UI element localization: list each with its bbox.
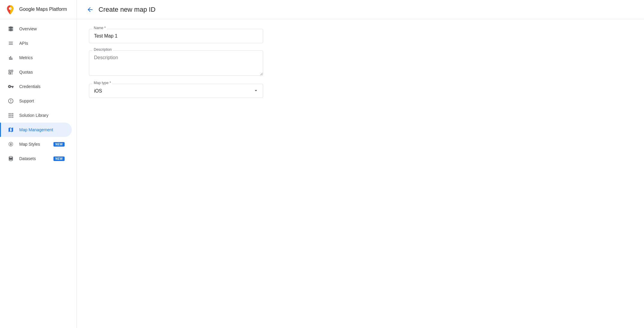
description-field-wrapper: Description [89,50,263,77]
sidebar-item-support-label: Support [19,99,65,103]
quotas-icon [7,68,14,76]
sidebar-header: Google Maps Platform [0,0,77,19]
sidebar-item-metrics[interactable]: Metrics [0,50,72,65]
solution-library-icon [7,112,14,119]
main-body: Name Description Map type JavaScript And… [77,19,644,328]
support-icon [7,97,14,105]
datasets-badge: NEW [53,156,65,161]
sidebar-item-datasets[interactable]: Datasets NEW [0,151,72,166]
form-container: Name Description Map type JavaScript And… [89,29,263,98]
map-type-select-wrapper: JavaScript Android iOS [89,84,263,98]
sidebar-item-overview-label: Overview [19,26,65,31]
apis-icon [7,40,14,47]
sidebar-item-quotas-label: Quotas [19,70,65,74]
main-content: Create new map ID Name Description Map t… [77,0,644,328]
sidebar-item-map-styles-label: Map Styles [19,142,51,147]
page-title: Create new map ID [99,6,156,14]
map-styles-icon [7,141,14,148]
sidebar-item-datasets-label: Datasets [19,156,51,161]
sidebar-item-apis-label: APIs [19,41,65,46]
back-arrow-icon [87,6,94,13]
sidebar-item-quotas[interactable]: Quotas [0,65,72,79]
sidebar-item-metrics-label: Metrics [19,55,65,60]
name-input[interactable] [89,29,263,43]
map-type-label: Map type [93,81,112,85]
credentials-icon [7,83,14,90]
main-header: Create new map ID [77,0,644,19]
sidebar-item-map-management[interactable]: Map Management [0,123,72,137]
sidebar-item-map-management-label: Map Management [19,127,65,132]
back-button[interactable] [84,4,96,16]
sidebar-item-solution-library-label: Solution Library [19,113,65,118]
sidebar-item-credentials-label: Credentials [19,84,65,89]
datasets-icon [7,155,14,162]
overview-icon [7,25,14,32]
google-maps-logo [5,4,16,15]
sidebar-item-overview[interactable]: Overview [0,22,72,36]
sidebar-item-apis[interactable]: APIs [0,36,72,50]
description-input[interactable] [89,50,263,76]
map-styles-badge: NEW [53,142,65,147]
sidebar-item-support[interactable]: Support [0,94,72,108]
sidebar-nav: Overview APIs Metrics Quotas Credentials [0,19,77,328]
description-label: Description [93,47,113,52]
sidebar-title: Google Maps Platform [19,6,67,13]
name-field-wrapper: Name [89,29,263,43]
name-label: Name [93,26,107,30]
metrics-icon [7,54,14,61]
map-type-field-wrapper: Map type JavaScript Android iOS [89,84,263,98]
sidebar-item-map-styles[interactable]: Map Styles NEW [0,137,72,151]
map-management-icon [7,126,14,133]
map-type-select[interactable]: JavaScript Android iOS [89,84,263,98]
sidebar: Google Maps Platform Overview APIs Metri… [0,0,77,328]
sidebar-item-solution-library[interactable]: Solution Library [0,108,72,123]
sidebar-item-credentials[interactable]: Credentials [0,79,72,94]
